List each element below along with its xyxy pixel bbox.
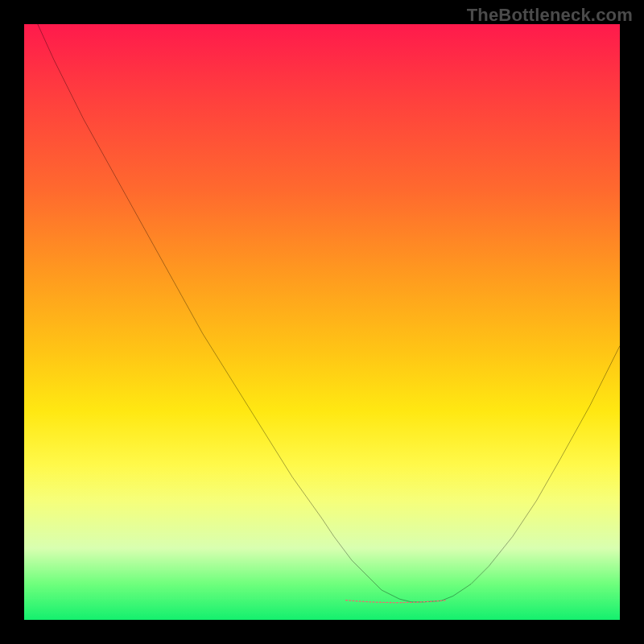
bottleneck-curve [24, 24, 620, 602]
watermark-label: TheBottleneck.com [467, 5, 633, 26]
plot-area [24, 24, 620, 620]
curve-layer [24, 24, 620, 620]
highlight-flat-min [346, 601, 448, 603]
chart-frame: TheBottleneck.com [0, 0, 644, 644]
